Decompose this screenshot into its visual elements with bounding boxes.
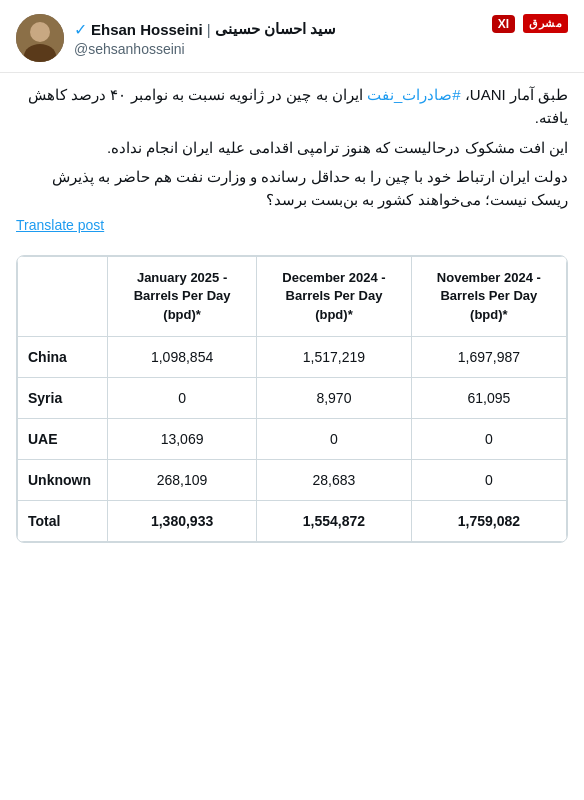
svg-point-3 xyxy=(31,23,49,41)
table-row: Unknown268,10928,6830 xyxy=(18,459,567,500)
farsi-display-name: سید احسان حسینی xyxy=(215,20,336,38)
table-row: UAE13,06900 xyxy=(18,418,567,459)
twitter-handle: @sehsanhosseini xyxy=(74,41,336,57)
data-table-container: January 2025 - Barrels Per Day (bpd)* De… xyxy=(16,255,568,543)
th-jan-2025: January 2025 - Barrels Per Day (bpd)* xyxy=(108,257,257,337)
cell-country: UAE xyxy=(18,418,108,459)
th-dec-2024: December 2024 - Barrels Per Day (bpd)* xyxy=(257,257,412,337)
table-body: China1,098,8541,517,2191,697,987Syria08,… xyxy=(18,336,567,541)
cell-col1: 0 xyxy=(108,377,257,418)
xi-badge: XI xyxy=(492,15,515,33)
cell-col1: 1,380,933 xyxy=(108,500,257,541)
avatar-image xyxy=(16,14,64,62)
avatar xyxy=(16,14,64,62)
verified-badge-icon: ✓ xyxy=(74,20,87,39)
cell-col3: 1,697,987 xyxy=(411,336,566,377)
cell-country: Syria xyxy=(18,377,108,418)
cell-col2: 1,517,219 xyxy=(257,336,412,377)
th-nov-2024: November 2024 - Barrels Per Day (bpd)* xyxy=(411,257,566,337)
cell-col1: 268,109 xyxy=(108,459,257,500)
cell-col2: 8,970 xyxy=(257,377,412,418)
post-paragraph-1: طبق آمار UANI، #صادرات_نفت ایران به چین … xyxy=(16,83,568,130)
user-details: سید احسان حسینی | Ehsan Hosseini ✓ @sehs… xyxy=(74,20,336,57)
cell-col3: 1,759,082 xyxy=(411,500,566,541)
table-row: Syria08,97061,095 xyxy=(18,377,567,418)
cell-col3: 0 xyxy=(411,459,566,500)
table-row: Total1,380,9331,554,8721,759,082 xyxy=(18,500,567,541)
user-info-section: سید احسان حسینی | Ehsan Hosseini ✓ @sehs… xyxy=(16,14,336,62)
post-paragraph-3: دولت ایران ارتباط خود با چین را به حداقل… xyxy=(16,165,568,212)
cell-country: Unknown xyxy=(18,459,108,500)
th-country xyxy=(18,257,108,337)
english-display-name: Ehsan Hosseini xyxy=(91,21,203,38)
pipe-separator: | xyxy=(207,21,211,38)
post-body: طبق آمار UANI، #صادرات_نفت ایران به چین … xyxy=(0,73,584,247)
cell-col1: 13,069 xyxy=(108,418,257,459)
p1-text-start: طبق آمار UANI، xyxy=(461,86,568,103)
hashtag[interactable]: #صادرات_نفت xyxy=(367,86,461,103)
page-wrapper: سید احسان حسینی | Ehsan Hosseini ✓ @sehs… xyxy=(0,0,584,543)
post-paragraph-2: این افت مشکوک درحالیست که هنوز ترامپی اق… xyxy=(16,136,568,159)
cell-country: China xyxy=(18,336,108,377)
cell-country: Total xyxy=(18,500,108,541)
username-row: سید احسان حسینی | Ehsan Hosseini ✓ xyxy=(74,20,336,39)
translate-link[interactable]: Translate post xyxy=(16,217,568,233)
table-header-row: January 2025 - Barrels Per Day (bpd)* De… xyxy=(18,257,567,337)
header-right-section: XI مشرق xyxy=(492,14,568,33)
brand-logo: مشرق xyxy=(523,14,568,33)
cell-col2: 1,554,872 xyxy=(257,500,412,541)
cell-col1: 1,098,854 xyxy=(108,336,257,377)
oil-exports-table: January 2025 - Barrels Per Day (bpd)* De… xyxy=(17,256,567,542)
post-header: سید احسان حسینی | Ehsan Hosseini ✓ @sehs… xyxy=(0,0,584,73)
table-row: China1,098,8541,517,2191,697,987 xyxy=(18,336,567,377)
cell-col2: 28,683 xyxy=(257,459,412,500)
cell-col3: 0 xyxy=(411,418,566,459)
cell-col2: 0 xyxy=(257,418,412,459)
cell-col3: 61,095 xyxy=(411,377,566,418)
